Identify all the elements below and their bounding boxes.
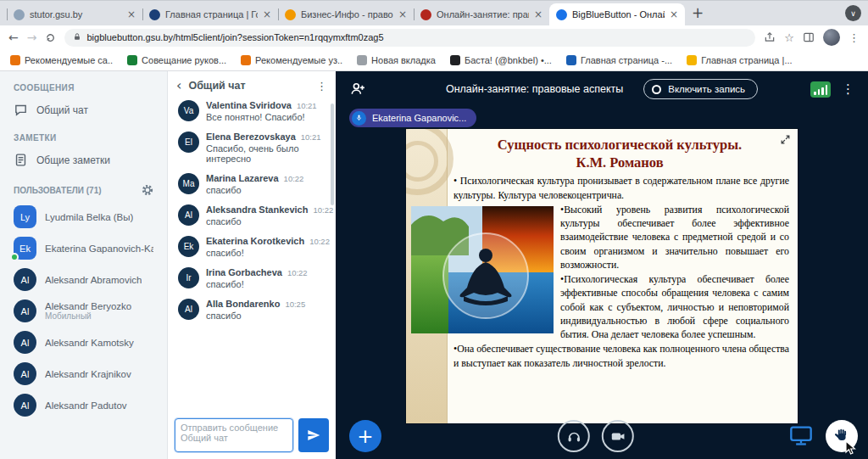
send-message-button[interactable] [298,418,329,452]
chat-message: Al Aleksandra Stankevich 10:22 спасибо [178,204,326,227]
chat-options-button[interactable]: ⋮ [316,81,327,92]
camera-icon [609,428,626,445]
tab-close-icon[interactable]: × [263,8,271,20]
user-name: Aleksandr Kamotsky [45,338,134,348]
tab-search-button[interactable]: ∨ [845,5,861,21]
bookmark-favicon [357,55,367,65]
share-button[interactable] [764,31,776,43]
user-device-label: Мобильный [45,311,131,321]
chat-message: Ma Marina Lazareva 10:22 спасибо [178,173,326,195]
user-name: Lyudmila Belka (Вы) [45,212,133,222]
user-list-item[interactable]: Al Aleksandr Beryozko Мобильный [0,295,167,327]
sidebar-item-shared-notes[interactable]: Общие заметки [0,147,167,173]
chat-back-button[interactable]: ‹ [176,79,181,92]
user-name: Aleksandr Padutov [45,400,127,411]
sidebar-item-public-chat[interactable]: Общий чат [0,97,167,123]
message-sender: Alla Bondarenko [206,299,280,309]
back-button[interactable]: ← [8,31,19,43]
message-avatar: Ir [178,267,199,288]
action-bar: + [336,417,868,454]
actions-button[interactable]: + [349,420,381,452]
chat-title: Общий чат [188,80,309,92]
tab-close-icon[interactable]: × [670,8,678,20]
speaker-badge[interactable]: Ekaterina Gapanovic... [349,109,476,127]
bookmark-item[interactable]: Совещание руков... [127,55,226,65]
address-bar[interactable]: bigbluebutton.gsu.by/html5client/join?se… [64,29,755,47]
reload-button[interactable] [45,32,56,43]
users-list: Ly Lyudmila Belka (Вы) Ek [0,201,167,421]
raise-hand-button[interactable] [826,420,858,452]
browser-tab[interactable]: Главная страница | Гомель × [142,3,278,25]
tab-close-icon[interactable]: × [398,8,407,20]
bookmark-item[interactable]: Новая вкладка [357,55,436,65]
tab-close-icon[interactable]: × [534,8,542,20]
tab-title: stutor.gsu.by [30,9,122,20]
side-panel-button[interactable] [803,31,815,43]
bookmark-label: Новая вкладка [371,55,436,65]
user-list-item[interactable]: Al Aleksandr Krajnikov [0,358,167,389]
bookmark-item[interactable]: Рекомендуемые са.. [10,55,113,65]
bookmark-item[interactable]: Главная страница -... [566,55,672,65]
message-time: 10:22 [287,268,308,277]
user-list-item[interactable]: Ek Ekaterina Gapanovich-Kajdalova [0,232,167,264]
screenshare-button[interactable] [788,423,814,447]
user-avatar: Al [14,362,36,385]
meditation-image [411,206,554,333]
user-list-item[interactable]: Al Aleksandr Padutov [0,389,167,421]
new-tab-button[interactable]: + [692,4,704,21]
message-avatar: Va [178,100,199,121]
presentation-slide[interactable]: Сущность психологической культуры. К.М. … [406,129,798,423]
browser-menu-button[interactable]: ⋮ [849,32,860,43]
message-sender: Aleksandra Stankevich [206,204,308,215]
manage-users-icon[interactable] [349,81,366,98]
user-list-item[interactable]: Al Aleksandr Kamotsky [0,327,167,358]
user-name: Aleksandr Abramovich [45,275,142,285]
bookmark-star-icon[interactable]: ☆ [784,32,794,43]
message-time: 10:21 [301,132,321,142]
start-recording-button[interactable]: Включить запись [643,79,758,99]
tab-favicon [420,9,431,20]
chat-message: Ek Ekaterina Korotkevich 10:22 спасибо! [178,236,326,258]
messages-section-title: СООБЩЕНИЯ [0,73,167,97]
tab-close-icon[interactable]: × [127,8,136,20]
message-avatar: Ma [178,173,199,194]
profile-avatar[interactable] [823,29,840,46]
user-list-item[interactable]: Ly Lyudmila Belka (Вы) [0,201,167,232]
bookmark-item[interactable]: Рекомендуемые уз.. [241,55,342,65]
bookmark-label: Рекомендуемые са.. [25,55,113,65]
message-text: спасибо! [206,248,326,258]
message-input[interactable] [175,418,293,452]
user-name: Aleksandr Krajnikov [45,369,131,379]
message-avatar: El [178,132,199,153]
chat-panel: ‹ Общий чат ⋮ Va Valentina Sviridova 10:… [167,71,336,459]
bookmark-item[interactable]: Баста! (@bnkbel) •... [450,55,552,65]
bookmark-label: Главная страница |... [701,55,792,65]
tab-favicon [556,9,567,20]
mic-on-indicator [10,253,19,261]
users-settings-gear-icon[interactable] [142,184,153,196]
forward-button[interactable]: → [27,31,37,43]
bookmarks-bar: Рекомендуемые са.. Совещание руков... Ре… [0,49,868,71]
browser-tab[interactable]: BigBlueButton - Онлай × [549,3,685,25]
chat-message: Ir Irina Gorbacheva 10:22 спасибо! [178,267,326,289]
browser-tab[interactable]: stutor.gsu.by × [7,3,142,25]
bookmark-favicon [687,55,697,65]
send-icon [307,428,320,442]
user-avatar: Al [14,331,36,354]
browser-tab[interactable]: Онлайн-занятие: правовые × [414,3,549,25]
user-avatar: Ly [14,205,36,228]
browser-tab[interactable]: Бизнес-Инфо - правовая | × [278,3,414,25]
slide-title: Сущность психологической культуры. К.М. … [448,137,791,171]
webcam-button[interactable] [602,420,634,452]
bookmark-item[interactable]: Главная страница |... [687,55,792,65]
chat-header: ‹ Общий чат ⋮ [168,71,336,98]
user-list-item[interactable]: Al Aleksandr Abramovich [0,264,167,295]
connection-status-icon[interactable] [810,81,831,98]
users-section-title: ПОЛЬЗОВАТЕЛИ (71) [14,186,102,195]
chat-messages[interactable]: Va Valentina Sviridova 10:21 Все понятно… [168,98,336,411]
screen: stutor.gsu.by × Главная страница | Гомел… [0,0,868,459]
tab-title: Онлайн-занятие: правовые [437,9,529,20]
audio-button[interactable] [558,420,590,452]
user-name: Aleksandr Beryozko [45,301,131,311]
options-menu-button[interactable]: ⋮ [842,83,854,96]
